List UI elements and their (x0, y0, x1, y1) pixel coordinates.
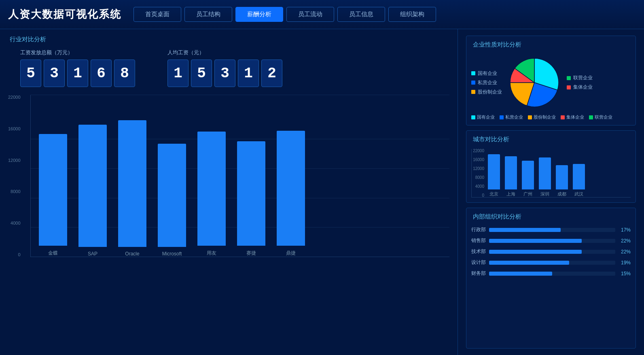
org-pct: 15% (619, 271, 631, 276)
bar[interactable] (237, 141, 265, 246)
city-section: 城市对比分析 040008000120001600022000 北京上海广州深圳… (466, 130, 636, 203)
header: 人资大数据可视化系统 首页桌面员工结构薪酬分析员工流动员工信息组织架构 (0, 0, 644, 29)
y-axis-label: 22000 (8, 95, 24, 100)
org-pct: 17% (619, 227, 631, 233)
pie-label-text: 股份制企业 (478, 89, 502, 96)
digit-box: 1 (238, 60, 259, 87)
org-bar-fill (489, 239, 582, 243)
city-label: 北京 (489, 191, 498, 197)
city-bar[interactable] (556, 165, 568, 189)
city-bar[interactable] (522, 161, 534, 189)
org-bar-bg (489, 261, 615, 265)
city-bar[interactable] (505, 156, 517, 189)
y-axis-label: 16000 (8, 127, 24, 131)
nav-item[interactable]: 薪酬分析 (235, 7, 283, 22)
stats-row: 工资发放总额（万元） 53168 人均工资（元） 15312 (8, 49, 449, 87)
org-bar-fill (489, 228, 561, 232)
avg-salary-label: 人均工资（元） (167, 49, 282, 56)
bar-label: SAP (88, 251, 97, 257)
org-row: 技术部22% (471, 248, 631, 255)
bar-group: Oracle (118, 120, 146, 257)
salary-total-display: 53168 (20, 60, 135, 87)
bar[interactable] (277, 131, 305, 246)
nav-item[interactable]: 员工结构 (184, 7, 232, 22)
bar-label: Oracle (125, 251, 139, 257)
org-dept-name: 行政部 (471, 226, 486, 233)
bar-group: 金蝶 (39, 134, 67, 257)
bar[interactable] (118, 120, 146, 247)
digit-box: 1 (167, 60, 189, 87)
bar-label: Microsoft (162, 251, 182, 257)
nav-item[interactable]: 员工流动 (286, 7, 334, 22)
legend-label: 集体企业 (566, 114, 584, 120)
bar-label: 用友 (207, 250, 216, 257)
legend-label: 国有企业 (477, 114, 495, 120)
org-row: 设计部19% (471, 259, 631, 266)
pie-label-item: 股份制企业 (471, 89, 502, 96)
city-bar[interactable] (488, 154, 500, 189)
city-chart-area: 北京上海广州深圳成都武汉 (471, 149, 631, 198)
org-section: 内部组织对比分析 行政部17%销售部22%技术部22%设计部19%财务部15% (466, 208, 636, 349)
org-bar-bg (489, 228, 615, 232)
digit-box: 1 (67, 60, 88, 87)
city-label: 武汉 (574, 191, 583, 197)
salary-total-label: 工资发放总额（万元） (20, 49, 135, 56)
y-axis: 040008000120001600022000 (8, 95, 24, 257)
bar-group: 赛捷 (237, 141, 265, 257)
y-axis-label: 12000 (8, 158, 24, 163)
city-bar-group: 武汉 (573, 164, 585, 197)
bar-group: Microsoft (158, 144, 186, 257)
bar-chart-area: 金蝶SAPOracleMicrosoft用友赛捷鼎捷 (30, 95, 449, 257)
pie-label-item: 私营企业 (471, 79, 502, 86)
legend-label: 股份制企业 (534, 114, 556, 120)
legend-label: 私营企业 (505, 114, 523, 120)
city-bar-group: 深圳 (539, 157, 551, 197)
nav-item[interactable]: 员工信息 (337, 7, 385, 22)
org-bar-bg (489, 239, 615, 243)
avg-salary-block: 人均工资（元） 15312 (167, 49, 282, 87)
pie-label-text: 私营企业 (478, 79, 497, 86)
logo-title: 人资大数据可视化系统 (8, 7, 121, 21)
city-bar[interactable] (573, 164, 585, 189)
pie-label-item: 国有企业 (471, 70, 502, 77)
nav: 首页桌面员工结构薪酬分析员工流动员工信息组织架构 (133, 7, 436, 22)
pie-wrapper: 国有企业私营企业股份制企业 联营企业集体企业 (471, 54, 631, 111)
org-bar-bg (489, 250, 615, 254)
pie-dot (567, 85, 571, 89)
city-bar-group: 广州 (522, 161, 534, 197)
pie-label-text: 集体企业 (573, 84, 593, 91)
legend-dot (500, 115, 504, 119)
salary-total-block: 工资发放总额（万元） 53168 (20, 49, 135, 87)
digit-box: 3 (44, 60, 65, 87)
digit-box: 5 (20, 60, 41, 87)
pie-section: 企业性质对比分析 国有企业私营企业股份制企业 联营企业集体企业 国有企业私营企业… (466, 36, 636, 125)
city-section-title: 城市对比分析 (471, 136, 631, 143)
nav-item[interactable]: 首页桌面 (133, 7, 181, 22)
city-bar-group: 成都 (556, 165, 568, 197)
bar-label: 鼎捷 (286, 250, 296, 257)
pie-label-text: 国有企业 (478, 70, 497, 77)
bar[interactable] (39, 134, 67, 246)
pie-dot (471, 71, 475, 75)
city-bar[interactable] (539, 157, 551, 189)
bar[interactable] (78, 125, 107, 247)
pie-chart (506, 54, 563, 111)
pie-labels-right: 国有企业私营企业股份制企业 (471, 70, 502, 96)
bar-label: 赛捷 (246, 250, 256, 257)
bar[interactable] (158, 144, 186, 247)
bar-group: 用友 (197, 132, 226, 257)
nav-item[interactable]: 组织架构 (388, 7, 436, 22)
legend-dot (561, 115, 565, 119)
bar-group: SAP (78, 125, 107, 257)
digit-box: 8 (114, 60, 135, 87)
org-pct: 22% (619, 238, 631, 244)
org-pct: 22% (619, 249, 631, 255)
industry-section-title: 行业对比分析 (8, 36, 449, 43)
digit-box: 3 (214, 60, 235, 87)
pie-labels-left: 联营企业集体企业 (567, 74, 593, 91)
bar[interactable] (197, 132, 226, 246)
org-dept-name: 设计部 (471, 259, 486, 266)
org-row: 销售部22% (471, 237, 631, 244)
digit-box: 2 (261, 60, 282, 87)
org-bar-bg (489, 272, 615, 276)
